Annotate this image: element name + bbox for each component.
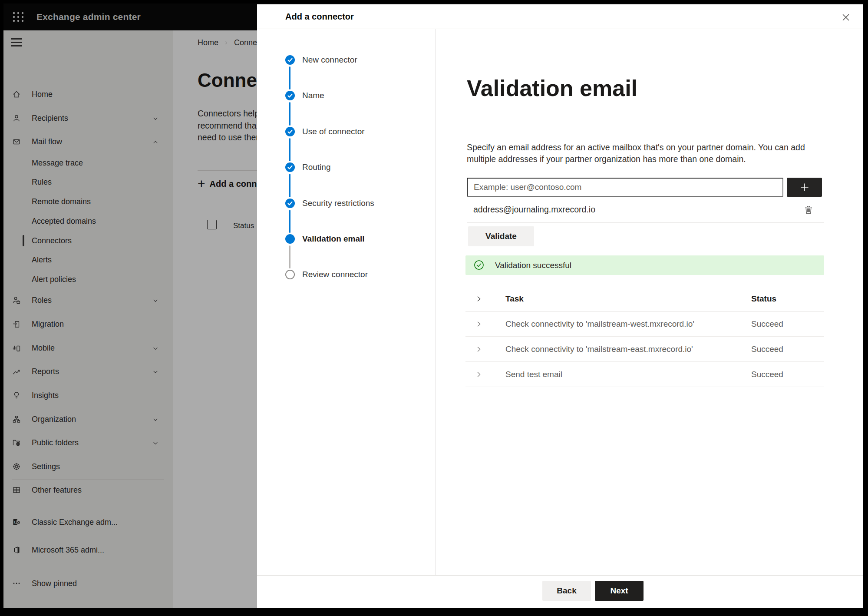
app-window: Exchange admin center Home Recipients Ma… bbox=[3, 3, 863, 608]
added-address-row: address@journaling.mxrecord.io bbox=[473, 205, 824, 216]
step-name[interactable]: Name bbox=[257, 90, 431, 101]
email-address-input[interactable] bbox=[467, 178, 783, 197]
table-header-row: Task Status bbox=[465, 287, 824, 311]
divider bbox=[467, 222, 824, 223]
step-connector-line bbox=[289, 245, 290, 268]
step-upcoming-icon bbox=[285, 270, 295, 279]
step-security-restrictions[interactable]: Security restrictions bbox=[257, 198, 431, 209]
added-address: address@journaling.mxrecord.io bbox=[473, 205, 595, 214]
dialog-title: Add a connector bbox=[285, 4, 354, 29]
table-row: Check connectivity to 'mailstream-east.m… bbox=[465, 337, 824, 362]
dialog-footer: Back Next bbox=[257, 575, 863, 608]
validate-button[interactable]: Validate bbox=[468, 226, 534, 246]
step-routing[interactable]: Routing bbox=[257, 162, 431, 172]
plus-icon bbox=[799, 182, 810, 192]
dialog-header: Add a connector bbox=[257, 4, 863, 29]
banner-text: Validation successful bbox=[495, 261, 571, 270]
validation-success-banner: Validation successful bbox=[465, 255, 824, 275]
validation-email-heading: Validation email bbox=[467, 75, 637, 101]
task-column-header: Task bbox=[505, 294, 524, 304]
status-cell: Succeed bbox=[751, 344, 783, 354]
status-cell: Succeed bbox=[751, 319, 783, 329]
task-cell: Check connectivity to 'mailstream-east.m… bbox=[505, 344, 693, 354]
chevron-right-icon[interactable] bbox=[475, 295, 483, 303]
table-row: Send test email Succeed bbox=[465, 362, 824, 387]
back-button[interactable]: Back bbox=[542, 581, 591, 601]
step-review-connector[interactable]: Review connector bbox=[257, 269, 431, 280]
step-current-icon bbox=[285, 234, 295, 244]
chevron-right-icon[interactable] bbox=[475, 371, 483, 378]
step-connector-line bbox=[289, 138, 290, 161]
success-check-icon bbox=[474, 260, 484, 270]
step-use-of-connector[interactable]: Use of connector bbox=[257, 126, 431, 137]
step-done-icon bbox=[285, 127, 295, 136]
step-new-connector[interactable]: New connector bbox=[257, 55, 431, 65]
wizard-steps: New connector Name Use of connector Rout… bbox=[257, 29, 436, 575]
chevron-right-icon[interactable] bbox=[475, 345, 483, 353]
add-address-button[interactable] bbox=[787, 178, 822, 197]
step-connector-line bbox=[289, 210, 290, 233]
step-connector-line bbox=[289, 66, 290, 89]
step-done-icon bbox=[285, 91, 295, 100]
status-column-header: Status bbox=[751, 294, 776, 304]
task-cell: Send test email bbox=[505, 370, 562, 379]
trash-icon[interactable] bbox=[802, 204, 815, 216]
step-validation-email[interactable]: Validation email bbox=[257, 234, 431, 244]
table-row: Check connectivity to 'mailstream-west.m… bbox=[465, 311, 824, 337]
step-done-icon bbox=[285, 162, 295, 172]
step-done-icon bbox=[285, 55, 295, 65]
step-done-icon bbox=[285, 199, 295, 208]
next-button[interactable]: Next bbox=[595, 581, 644, 601]
add-connector-dialog: Add a connector New connector Name bbox=[257, 4, 863, 608]
validation-email-description: Specify an email address for an active m… bbox=[467, 142, 832, 165]
validation-tasks-table: Task Status Check connectivity to 'mails… bbox=[465, 287, 824, 387]
status-cell: Succeed bbox=[751, 370, 783, 379]
step-connector-line bbox=[289, 102, 290, 126]
task-cell: Check connectivity to 'mailstream-west.m… bbox=[505, 319, 694, 329]
chevron-right-icon[interactable] bbox=[475, 320, 483, 328]
step-connector-line bbox=[289, 174, 290, 197]
close-icon[interactable] bbox=[840, 11, 852, 23]
